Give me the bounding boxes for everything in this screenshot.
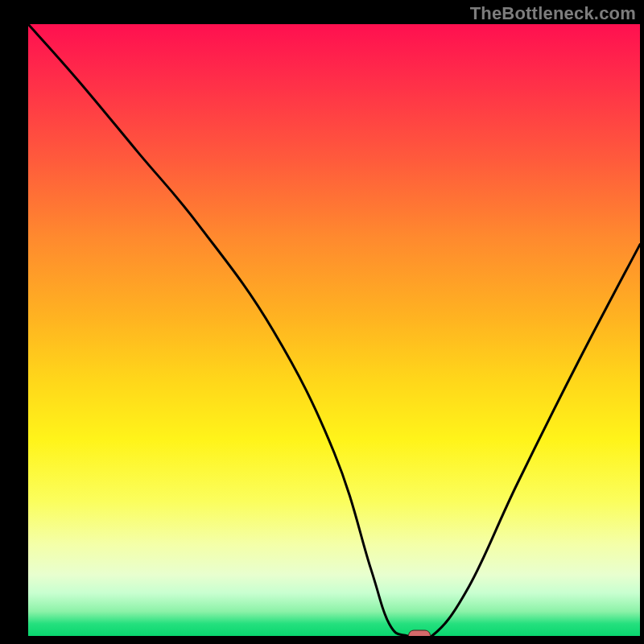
plot-area <box>28 24 640 636</box>
optimal-marker <box>408 630 431 637</box>
chart-frame: TheBottleneck.com <box>0 0 644 644</box>
watermark-text: TheBottleneck.com <box>470 3 636 24</box>
bottleneck-curve <box>28 24 640 636</box>
